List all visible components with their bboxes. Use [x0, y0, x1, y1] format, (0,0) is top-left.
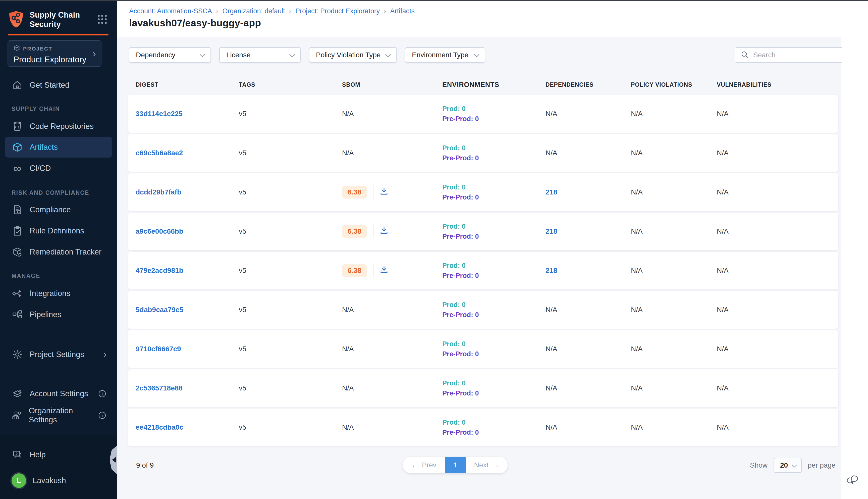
digest-link[interactable]: dcdd29b7fafb: [136, 188, 181, 196]
sidebar-item-help[interactable]: ? Help: [5, 445, 112, 465]
digest-link[interactable]: 33d114e1c225: [136, 110, 183, 118]
prod-count[interactable]: Prod: 0: [442, 223, 466, 230]
digest-link[interactable]: ee4218cdba0c: [136, 423, 183, 431]
breadcrumb-organization[interactable]: Organization: default: [223, 7, 285, 15]
preprod-count[interactable]: Pre-Prod: 0: [442, 154, 479, 162]
download-sbom-icon[interactable]: [380, 265, 388, 276]
digest-link[interactable]: 479e2acd981b: [136, 267, 183, 275]
policy-violations-cell: N/A: [631, 173, 643, 211]
preprod-count[interactable]: Pre-Prod: 0: [442, 194, 479, 201]
filter-bar: Dependency License Policy Violation Type…: [129, 47, 485, 63]
digest-link[interactable]: a9c6e00c66bb: [136, 227, 183, 235]
sidebar-item-organization-settings[interactable]: Organization Settings: [5, 405, 112, 426]
table-row[interactable]: a9c6e00c66bb v5 N/A 6.38 Prod: 0 Pre-Pro…: [128, 212, 838, 250]
dependencies-value[interactable]: 218: [546, 227, 557, 235]
code-repository-icon: [12, 121, 23, 132]
page-size-select[interactable]: 20: [773, 458, 802, 473]
preprod-count[interactable]: Pre-Prod: 0: [442, 272, 479, 280]
download-sbom-icon[interactable]: [380, 226, 388, 237]
digest-cell: 2c5365718e88: [136, 369, 183, 407]
dependencies-cell: N/A: [546, 95, 557, 133]
prod-count[interactable]: Prod: 0: [442, 183, 466, 191]
chevron-right-icon: ›: [216, 7, 218, 15]
table-row[interactable]: 33d114e1c225 v5 N/A Prod: 0 Pre-Prod: 0 …: [128, 95, 838, 133]
tags-cell: v5: [239, 369, 246, 407]
search-input[interactable]: [753, 51, 844, 59]
preprod-count[interactable]: Pre-Prod: 0: [442, 350, 479, 358]
prod-count[interactable]: Prod: 0: [442, 262, 466, 270]
cube-icon: [14, 45, 20, 52]
per-page-label: per page: [808, 461, 835, 469]
sidebar-item-label: Integrations: [30, 289, 70, 298]
prod-count[interactable]: Prod: 0: [442, 418, 466, 426]
vulnerabilities-cell: N/A: [717, 212, 729, 250]
prev-page-button[interactable]: ← Prev: [403, 457, 445, 473]
vulnerabilities-value: N/A: [717, 188, 729, 196]
environment-type-filter-dropdown[interactable]: Environment Type: [405, 47, 485, 63]
user-menu[interactable]: L Lavakush: [12, 473, 66, 488]
preprod-count[interactable]: Pre-Prod: 0: [442, 115, 479, 123]
digest-cell: 33d114e1c225: [136, 95, 183, 133]
sidebar-item-label: Compliance: [30, 205, 71, 214]
prod-count[interactable]: Prod: 0: [442, 301, 466, 309]
prod-count[interactable]: Prod: 0: [442, 144, 466, 152]
policy-violations-value: N/A: [631, 149, 643, 157]
breadcrumb-account[interactable]: Account: Automation-SSCA: [129, 7, 212, 15]
sidebar-item-integrations[interactable]: Integrations: [5, 283, 112, 304]
sidebar-item-code-repositories[interactable]: Code Repositories: [5, 116, 112, 137]
preprod-count[interactable]: Pre-Prod: 0: [442, 311, 479, 319]
prod-count[interactable]: Prod: 0: [442, 379, 466, 387]
sidebar-item-account-settings[interactable]: Account Settings: [5, 384, 112, 404]
dependency-filter-dropdown[interactable]: Dependency: [129, 47, 211, 63]
tag-value: v5: [239, 423, 246, 431]
sidebar-item-remediation-tracker[interactable]: Remediation Tracker: [5, 242, 112, 262]
download-sbom-icon[interactable]: [380, 187, 388, 198]
table-row[interactable]: 9710cf6667c9 v5 N/A Prod: 0 Pre-Prod: 0 …: [128, 330, 838, 368]
sidebar-item-compliance[interactable]: Compliance: [5, 199, 112, 220]
breadcrumb: Account: Automation-SSCA › Organization:…: [129, 7, 415, 15]
table-row[interactable]: 479e2acd981b v5 N/A 6.38 Prod: 0 Pre-Pro…: [128, 252, 838, 290]
breadcrumb-project[interactable]: Project: Product Exploratory: [295, 7, 380, 15]
brand-title: Supply ChainSecurity: [30, 11, 80, 29]
sidebar-item-artifacts[interactable]: Artifacts: [5, 137, 112, 158]
tag-value: v5: [239, 227, 246, 235]
table-row[interactable]: ee4218cdba0c v5 N/A Prod: 0 Pre-Prod: 0 …: [128, 409, 838, 446]
dependencies-value[interactable]: 218: [546, 267, 557, 275]
next-page-button[interactable]: Next →: [466, 457, 508, 473]
digest-link[interactable]: 9710cf6667c9: [136, 345, 181, 353]
table-header: DIGEST TAGS SBOM ENVIRONMENTS DEPENDENCI…: [128, 78, 838, 91]
apps-grid-icon[interactable]: [97, 14, 108, 26]
preprod-count[interactable]: Pre-Prod: 0: [442, 389, 479, 397]
prod-count[interactable]: Prod: 0: [442, 340, 466, 348]
table-row[interactable]: 2c5365718e88 v5 N/A Prod: 0 Pre-Prod: 0 …: [128, 369, 838, 407]
policy-violations-value: N/A: [631, 306, 643, 314]
sidebar-item-cicd[interactable]: ∞ CI/CD: [5, 158, 112, 179]
sidebar-section-manage: MANAGE: [12, 272, 40, 279]
license-filter-dropdown[interactable]: License: [219, 47, 301, 63]
column-header-vulnerabilities: VULNERABILITIES: [717, 78, 771, 91]
table-row[interactable]: c69c5b6a8ae2 v5 N/A Prod: 0 Pre-Prod: 0 …: [128, 134, 838, 172]
chevron-down-icon: [792, 461, 797, 469]
policy-violation-type-filter-dropdown[interactable]: Policy Violation Type: [309, 47, 397, 63]
page-number-button[interactable]: 1: [445, 457, 466, 473]
sidebar-item-pipelines[interactable]: Pipelines: [5, 304, 112, 325]
table-row[interactable]: 5dab9caa79c5 v5 N/A Prod: 0 Pre-Prod: 0 …: [128, 291, 838, 329]
sidebar-item-rule-definitions[interactable]: Rule Definitions: [5, 221, 112, 241]
dependencies-value[interactable]: 218: [546, 188, 557, 196]
preprod-count[interactable]: Pre-Prod: 0: [442, 233, 479, 241]
feedback-chat-icon[interactable]: [847, 472, 860, 486]
project-selector[interactable]: PROJECT Product Exploratory ›: [8, 40, 101, 67]
table-row[interactable]: dcdd29b7fafb v5 N/A 6.38 Prod: 0 Pre-Pro…: [128, 173, 838, 211]
preprod-count[interactable]: Pre-Prod: 0: [442, 429, 479, 436]
digest-link[interactable]: c69c5b6a8ae2: [136, 149, 183, 157]
prod-count[interactable]: Prod: 0: [442, 105, 466, 113]
vulnerabilities-value: N/A: [717, 267, 729, 275]
sbom-cell: N/A 6.38: [342, 252, 388, 290]
digest-link[interactable]: 5dab9caa79c5: [136, 306, 183, 314]
sidebar-item-project-settings[interactable]: Project Settings ›: [5, 344, 112, 365]
breadcrumb-artifacts[interactable]: Artifacts: [390, 7, 415, 15]
column-header-tags: TAGS: [239, 78, 255, 91]
sidebar-item-get-started[interactable]: Get Started: [5, 75, 112, 96]
project-name: Product Exploratory: [14, 55, 96, 64]
digest-link[interactable]: 2c5365718e88: [136, 384, 183, 392]
